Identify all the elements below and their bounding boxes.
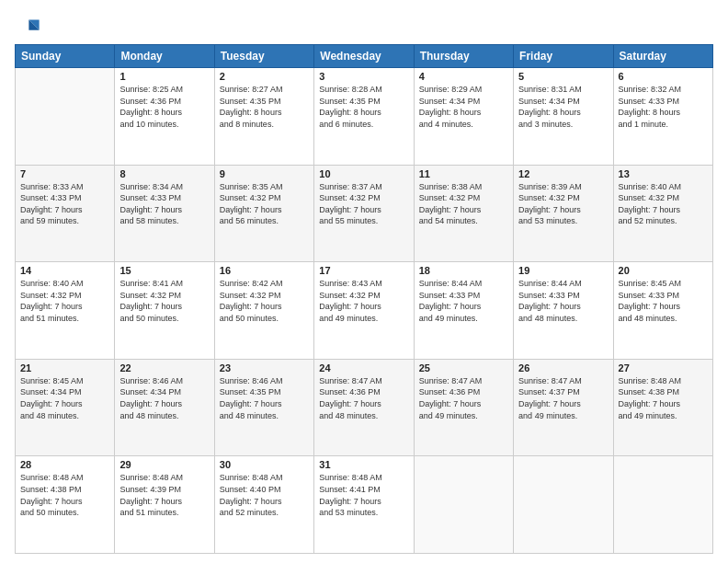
calendar-day-cell: 27Sunrise: 8:48 AM Sunset: 4:38 PM Dayli… (613, 359, 712, 456)
calendar-day-header: Sunday (16, 45, 115, 68)
calendar-day-cell: 10Sunrise: 8:37 AM Sunset: 4:32 PM Dayli… (314, 165, 414, 262)
calendar-day-cell: 24Sunrise: 8:47 AM Sunset: 4:36 PM Dayli… (314, 359, 414, 456)
day-info: Sunrise: 8:47 AM Sunset: 4:36 PM Dayligh… (419, 375, 508, 421)
day-number: 10 (319, 168, 408, 179)
day-info: Sunrise: 8:28 AM Sunset: 4:35 PM Dayligh… (319, 84, 408, 130)
day-number: 4 (419, 71, 508, 82)
calendar-day-cell: 9Sunrise: 8:35 AM Sunset: 4:32 PM Daylig… (214, 165, 313, 262)
day-info: Sunrise: 8:37 AM Sunset: 4:32 PM Dayligh… (319, 181, 408, 227)
calendar-day-header: Monday (115, 45, 214, 68)
day-info: Sunrise: 8:46 AM Sunset: 4:35 PM Dayligh… (220, 375, 309, 421)
day-number: 14 (20, 265, 109, 276)
day-number: 30 (220, 459, 309, 470)
day-info: Sunrise: 8:29 AM Sunset: 4:34 PM Dayligh… (419, 84, 508, 130)
day-info: Sunrise: 8:46 AM Sunset: 4:34 PM Dayligh… (119, 375, 209, 421)
day-number: 25 (419, 362, 508, 373)
calendar-table: SundayMondayTuesdayWednesdayThursdayFrid… (15, 44, 713, 554)
calendar-day-cell: 20Sunrise: 8:45 AM Sunset: 4:33 PM Dayli… (613, 262, 712, 360)
calendar-day-cell: 30Sunrise: 8:48 AM Sunset: 4:40 PM Dayli… (214, 456, 313, 554)
day-info: Sunrise: 8:39 AM Sunset: 4:32 PM Dayligh… (518, 181, 608, 227)
day-number: 12 (518, 168, 608, 179)
day-number: 17 (319, 265, 408, 276)
calendar-day-cell: 21Sunrise: 8:45 AM Sunset: 4:34 PM Dayli… (16, 359, 115, 456)
calendar-day-cell: 15Sunrise: 8:41 AM Sunset: 4:32 PM Dayli… (115, 262, 214, 360)
day-info: Sunrise: 8:44 AM Sunset: 4:33 PM Dayligh… (518, 278, 608, 324)
day-number: 1 (119, 71, 209, 82)
calendar-day-cell: 4Sunrise: 8:29 AM Sunset: 4:34 PM Daylig… (414, 68, 513, 166)
calendar-day-cell: 2Sunrise: 8:27 AM Sunset: 4:35 PM Daylig… (214, 68, 313, 166)
day-info: Sunrise: 8:48 AM Sunset: 4:38 PM Dayligh… (619, 375, 708, 421)
logo (15, 15, 44, 40)
calendar-day-cell: 25Sunrise: 8:47 AM Sunset: 4:36 PM Dayli… (414, 359, 513, 456)
day-info: Sunrise: 8:44 AM Sunset: 4:33 PM Dayligh… (419, 278, 508, 324)
calendar-day-cell (613, 456, 712, 554)
calendar-day-cell: 11Sunrise: 8:38 AM Sunset: 4:32 PM Dayli… (414, 165, 513, 262)
day-info: Sunrise: 8:32 AM Sunset: 4:33 PM Dayligh… (619, 84, 708, 130)
day-number: 6 (619, 71, 708, 82)
calendar-week-row: 1Sunrise: 8:25 AM Sunset: 4:36 PM Daylig… (16, 68, 713, 166)
day-number: 28 (20, 459, 109, 470)
day-number: 11 (419, 168, 508, 179)
day-number: 24 (319, 362, 408, 373)
calendar-week-row: 28Sunrise: 8:48 AM Sunset: 4:38 PM Dayli… (16, 456, 713, 554)
day-info: Sunrise: 8:25 AM Sunset: 4:36 PM Dayligh… (119, 84, 209, 130)
calendar-day-cell: 29Sunrise: 8:48 AM Sunset: 4:39 PM Dayli… (115, 456, 214, 554)
calendar-header-row: SundayMondayTuesdayWednesdayThursdayFrid… (16, 45, 713, 68)
day-number: 15 (119, 265, 209, 276)
day-info: Sunrise: 8:47 AM Sunset: 4:37 PM Dayligh… (518, 375, 608, 421)
day-number: 27 (619, 362, 708, 373)
day-info: Sunrise: 8:35 AM Sunset: 4:32 PM Dayligh… (220, 181, 309, 227)
logo-icon (15, 15, 40, 40)
day-number: 18 (419, 265, 508, 276)
day-info: Sunrise: 8:48 AM Sunset: 4:41 PM Dayligh… (319, 472, 408, 518)
day-number: 3 (319, 71, 408, 82)
day-number: 8 (119, 168, 209, 179)
day-info: Sunrise: 8:42 AM Sunset: 4:32 PM Dayligh… (220, 278, 309, 324)
day-info: Sunrise: 8:31 AM Sunset: 4:34 PM Dayligh… (518, 84, 608, 130)
calendar-day-cell: 13Sunrise: 8:40 AM Sunset: 4:32 PM Dayli… (613, 165, 712, 262)
calendar-day-cell: 16Sunrise: 8:42 AM Sunset: 4:32 PM Dayli… (214, 262, 313, 360)
day-number: 21 (20, 362, 109, 373)
calendar-day-cell: 17Sunrise: 8:43 AM Sunset: 4:32 PM Dayli… (314, 262, 414, 360)
day-info: Sunrise: 8:45 AM Sunset: 4:33 PM Dayligh… (619, 278, 708, 324)
calendar-day-cell: 1Sunrise: 8:25 AM Sunset: 4:36 PM Daylig… (115, 68, 214, 166)
day-number: 7 (20, 168, 109, 179)
calendar-day-cell: 18Sunrise: 8:44 AM Sunset: 4:33 PM Dayli… (414, 262, 513, 360)
calendar-day-cell: 7Sunrise: 8:33 AM Sunset: 4:33 PM Daylig… (16, 165, 115, 262)
calendar-day-cell: 26Sunrise: 8:47 AM Sunset: 4:37 PM Dayli… (514, 359, 613, 456)
day-number: 26 (518, 362, 608, 373)
day-info: Sunrise: 8:27 AM Sunset: 4:35 PM Dayligh… (220, 84, 309, 130)
day-number: 22 (119, 362, 209, 373)
calendar-day-cell (514, 456, 613, 554)
day-number: 16 (220, 265, 309, 276)
calendar-day-cell: 12Sunrise: 8:39 AM Sunset: 4:32 PM Dayli… (514, 165, 613, 262)
day-number: 31 (319, 459, 408, 470)
calendar-day-cell: 3Sunrise: 8:28 AM Sunset: 4:35 PM Daylig… (314, 68, 414, 166)
day-info: Sunrise: 8:33 AM Sunset: 4:33 PM Dayligh… (20, 181, 109, 227)
calendar-day-cell: 14Sunrise: 8:40 AM Sunset: 4:32 PM Dayli… (16, 262, 115, 360)
day-info: Sunrise: 8:38 AM Sunset: 4:32 PM Dayligh… (419, 181, 508, 227)
day-info: Sunrise: 8:41 AM Sunset: 4:32 PM Dayligh… (119, 278, 209, 324)
day-number: 20 (619, 265, 708, 276)
calendar-day-header: Friday (514, 45, 613, 68)
day-number: 9 (220, 168, 309, 179)
calendar-day-cell: 8Sunrise: 8:34 AM Sunset: 4:33 PM Daylig… (115, 165, 214, 262)
day-info: Sunrise: 8:48 AM Sunset: 4:38 PM Dayligh… (20, 472, 109, 518)
calendar-day-cell: 5Sunrise: 8:31 AM Sunset: 4:34 PM Daylig… (514, 68, 613, 166)
calendar-day-cell: 28Sunrise: 8:48 AM Sunset: 4:38 PM Dayli… (16, 456, 115, 554)
day-number: 23 (220, 362, 309, 373)
day-number: 5 (518, 71, 608, 82)
calendar-day-cell: 23Sunrise: 8:46 AM Sunset: 4:35 PM Dayli… (214, 359, 313, 456)
page: SundayMondayTuesdayWednesdayThursdayFrid… (0, 0, 728, 563)
calendar-day-cell: 6Sunrise: 8:32 AM Sunset: 4:33 PM Daylig… (613, 68, 712, 166)
day-number: 19 (518, 265, 608, 276)
day-info: Sunrise: 8:48 AM Sunset: 4:39 PM Dayligh… (119, 472, 209, 518)
day-info: Sunrise: 8:40 AM Sunset: 4:32 PM Dayligh… (20, 278, 109, 324)
calendar-week-row: 14Sunrise: 8:40 AM Sunset: 4:32 PM Dayli… (16, 262, 713, 360)
day-number: 13 (619, 168, 708, 179)
day-info: Sunrise: 8:34 AM Sunset: 4:33 PM Dayligh… (119, 181, 209, 227)
day-info: Sunrise: 8:47 AM Sunset: 4:36 PM Dayligh… (319, 375, 408, 421)
calendar-day-cell: 22Sunrise: 8:46 AM Sunset: 4:34 PM Dayli… (115, 359, 214, 456)
day-info: Sunrise: 8:48 AM Sunset: 4:40 PM Dayligh… (220, 472, 309, 518)
day-number: 2 (220, 71, 309, 82)
